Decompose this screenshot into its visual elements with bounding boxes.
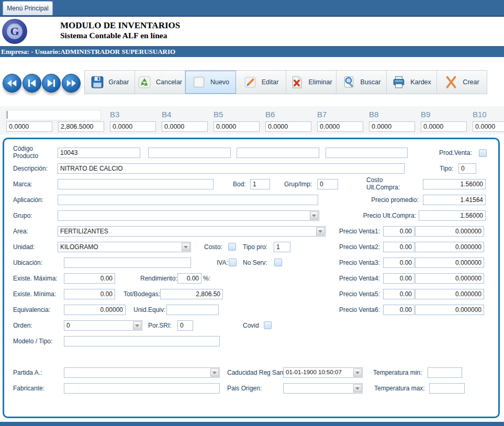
buscar-button[interactable]: Buscar bbox=[337, 71, 387, 94]
crear-button[interactable]: Crear bbox=[437, 71, 487, 94]
tipo-pro-input[interactable] bbox=[274, 242, 290, 252]
codigo-2-input[interactable] bbox=[148, 148, 231, 158]
descripcion-label: Descripción: bbox=[13, 165, 48, 172]
printer-icon bbox=[392, 75, 406, 89]
fabricante-input[interactable] bbox=[64, 383, 220, 394]
bodega-10-value[interactable] bbox=[473, 121, 504, 132]
unid-equiv-label: Unid.Equiv: bbox=[133, 306, 165, 313]
precio-venta1-precio-input[interactable] bbox=[415, 226, 484, 237]
precio-venta3-precio-input[interactable] bbox=[415, 257, 484, 268]
codigo-producto-label: Código Producto bbox=[13, 145, 38, 160]
nav-previous-button[interactable] bbox=[23, 74, 41, 93]
bodega-2-value[interactable] bbox=[58, 121, 104, 132]
chevron-down-icon[interactable] bbox=[310, 211, 318, 220]
precio-ult-compra-input[interactable] bbox=[419, 210, 486, 221]
precio-venta6-precio-input[interactable] bbox=[415, 305, 484, 315]
skip-to-end-icon bbox=[47, 79, 56, 87]
covid-label: Covid bbox=[243, 322, 259, 329]
bodega-6-value[interactable] bbox=[265, 121, 311, 132]
descripcion-input[interactable] bbox=[58, 163, 405, 174]
editar-button[interactable]: Editar bbox=[236, 71, 286, 94]
unidad-dropdown[interactable]: KILOGRAMO bbox=[58, 242, 191, 252]
bodega-9-value[interactable] bbox=[421, 121, 467, 132]
fabricante-label: Fabricante: bbox=[13, 385, 44, 392]
modelo-tipo-input[interactable] bbox=[64, 336, 220, 346]
orden-dropdown[interactable]: 0 bbox=[64, 320, 142, 331]
iva-label: IVA: bbox=[217, 259, 228, 266]
prod-venta-checkbox[interactable] bbox=[479, 149, 487, 157]
bodega-1-value[interactable] bbox=[6, 121, 52, 132]
grup-imp-input[interactable] bbox=[317, 179, 338, 189]
bodega-5-value[interactable] bbox=[214, 121, 260, 132]
precio-venta4-valor-input[interactable] bbox=[383, 273, 415, 284]
codigo-producto-input[interactable] bbox=[58, 148, 140, 158]
unid-equiv-input[interactable] bbox=[166, 305, 219, 315]
nav-first-button[interactable] bbox=[3, 74, 21, 93]
nav-last-button[interactable] bbox=[62, 74, 81, 93]
precio-venta6-valor-input[interactable] bbox=[383, 305, 415, 315]
codigo-4-input[interactable] bbox=[326, 148, 408, 158]
bodega-8-value[interactable] bbox=[369, 121, 415, 132]
bod-input[interactable] bbox=[250, 179, 270, 189]
ubicacion-input[interactable] bbox=[64, 257, 191, 268]
company-logo: G bbox=[2, 19, 27, 44]
nav-next-button[interactable] bbox=[42, 74, 61, 93]
marca-input[interactable] bbox=[58, 179, 214, 189]
fast-backward-icon bbox=[7, 79, 17, 87]
grupo-dropdown[interactable] bbox=[58, 210, 319, 221]
chevron-down-icon[interactable] bbox=[133, 321, 141, 330]
aplicacion-input[interactable] bbox=[58, 195, 318, 205]
chevron-down-icon[interactable] bbox=[353, 384, 362, 393]
bodega-column-label: B10 bbox=[473, 110, 487, 119]
crear-label: Crear bbox=[463, 79, 479, 86]
bodega-filter-input[interactable] bbox=[5, 110, 101, 120]
codigo-3-input[interactable] bbox=[237, 148, 319, 158]
menu-principal-tab[interactable]: Menú Principal bbox=[3, 1, 53, 15]
existe-minima-input[interactable] bbox=[64, 289, 115, 299]
tipo-input[interactable] bbox=[458, 163, 476, 174]
temperatura-min-input[interactable] bbox=[428, 367, 462, 378]
buscar-label: Buscar bbox=[361, 79, 381, 86]
rendimiento-input[interactable] bbox=[177, 273, 201, 284]
precio-venta3-valor-input[interactable] bbox=[383, 257, 415, 268]
bodega-7-value[interactable] bbox=[317, 121, 363, 132]
precio-ult-compra-label: Precio Ult.Compra: bbox=[351, 212, 416, 219]
grabar-button[interactable]: Grabar bbox=[85, 71, 135, 94]
chevron-down-icon[interactable] bbox=[316, 227, 324, 236]
bodega-3-value[interactable] bbox=[110, 121, 156, 132]
toolbar: Grabar Cancelar Nuevo Editar bbox=[84, 70, 487, 94]
precio-venta4-precio-input[interactable] bbox=[415, 273, 484, 284]
precio-promedio-input[interactable] bbox=[423, 195, 486, 205]
costo-checkbox[interactable] bbox=[228, 243, 236, 251]
tot-bodegas-input[interactable] bbox=[160, 289, 223, 299]
temperatura-max-input[interactable] bbox=[429, 383, 465, 394]
eliminar-button[interactable]: Eliminar bbox=[286, 71, 337, 94]
bodega-4-value[interactable] bbox=[162, 121, 208, 132]
precio-venta2-valor-input[interactable] bbox=[383, 242, 415, 252]
precio-venta1-valor-input[interactable] bbox=[383, 226, 415, 237]
precio-venta5-precio-input[interactable] bbox=[415, 289, 484, 299]
cancelar-button[interactable]: Cancelar bbox=[135, 71, 185, 94]
costo-ult-compra-input[interactable] bbox=[423, 179, 486, 189]
iva-checkbox[interactable] bbox=[229, 259, 237, 266]
precio-venta1-label: Precio Venta1: bbox=[339, 228, 380, 235]
partida-dropdown[interactable] bbox=[64, 367, 220, 378]
existe-maxima-input[interactable] bbox=[64, 273, 115, 284]
kardex-button[interactable]: Kardex bbox=[387, 71, 437, 94]
precio-venta5-label: Precio Venta5: bbox=[339, 290, 380, 298]
por-sri-input[interactable] bbox=[177, 320, 193, 331]
equivalencia-input[interactable] bbox=[64, 305, 126, 315]
caducidad-dropdown[interactable]: 01-01-1900 10:50:07 bbox=[283, 367, 363, 378]
covid-checkbox[interactable] bbox=[264, 321, 272, 329]
nuevo-button[interactable]: Nuevo bbox=[185, 71, 236, 94]
no-serv-checkbox[interactable] bbox=[274, 259, 282, 266]
chevron-down-icon[interactable] bbox=[353, 368, 362, 377]
area-dropdown[interactable]: FERTILIZANTES bbox=[58, 226, 326, 237]
chevron-down-icon[interactable] bbox=[182, 243, 190, 251]
precio-venta5-valor-input[interactable] bbox=[383, 289, 415, 299]
precio-venta2-precio-input[interactable] bbox=[415, 242, 484, 252]
chevron-down-icon[interactable] bbox=[210, 368, 219, 377]
pais-origen-dropdown[interactable] bbox=[283, 383, 363, 394]
grup-imp-label: Grup/Imp: bbox=[284, 181, 312, 188]
precio-venta2-label: Precio Venta2: bbox=[339, 243, 380, 251]
